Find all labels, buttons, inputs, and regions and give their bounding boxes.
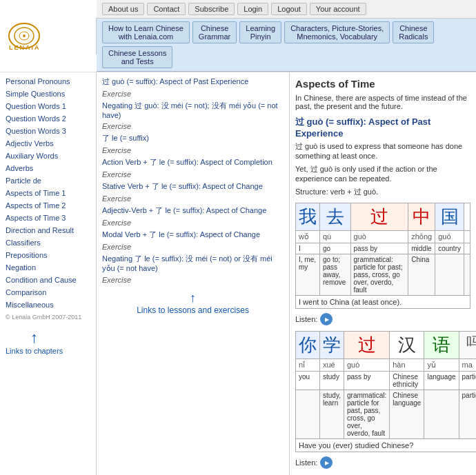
middle-item-2[interactable]: Negating 过 guò: 没 méi (= not); 没有 méi yǒ… bbox=[99, 99, 286, 121]
sidebar-item-18[interactable]: Miscellaneous bbox=[0, 299, 96, 311]
contact-btn[interactable]: Contact bbox=[147, 3, 186, 15]
sidebar-item-3[interactable]: Question Words 2 bbox=[0, 112, 96, 125]
middle-item-13[interactable]: Exercise bbox=[99, 241, 286, 252]
pinyin-qu: qù bbox=[320, 231, 351, 243]
gram-particle1: grammatical: particle for past; pass, cr… bbox=[350, 254, 408, 296]
middle-panel: 过 guò (= suffix): Aspect of Past Experie… bbox=[97, 72, 290, 475]
middle-item-7[interactable]: Exercise bbox=[99, 169, 286, 180]
trans-you: you bbox=[296, 372, 320, 390]
middle-item-5[interactable]: Exercise bbox=[99, 145, 286, 156]
sidebar-item-16[interactable]: Condition and Cause bbox=[0, 274, 96, 286]
learning-pinyin-btn[interactable]: Learning Pinyin bbox=[239, 21, 281, 43]
your-account-btn[interactable]: Your account bbox=[310, 3, 366, 15]
pinyin-ma: ma bbox=[459, 359, 476, 372]
pinyin-han: hàn bbox=[390, 359, 424, 372]
trans-study: study bbox=[320, 372, 344, 390]
sidebar-arrow-icon: ↑ bbox=[30, 329, 38, 347]
middle-item-6[interactable]: Action Verb + 了 le (= suffix): Aspect of… bbox=[99, 156, 286, 169]
sidebar-item-6[interactable]: Auxiliary Words bbox=[0, 150, 96, 162]
char-guo3: 过 bbox=[344, 332, 390, 359]
middle-item-14[interactable]: Negating 了 le (= suffix): 没 méi (= not) … bbox=[99, 252, 286, 274]
gram-particle3: particle bbox=[459, 390, 476, 439]
gram-empty2 bbox=[464, 254, 470, 296]
middle-item-4[interactable]: 了 le (= suffix) bbox=[99, 132, 286, 145]
pinyin-wo: wǒ bbox=[296, 231, 320, 243]
how-to-learn-btn[interactable]: How to Learn Chinese with Lenaia.com bbox=[102, 21, 190, 43]
sidebar-item-8[interactable]: Particle de bbox=[0, 174, 96, 187]
trans-particle2: particle bbox=[459, 372, 476, 390]
chinese-lessons-btn[interactable]: Chinese Lessons and Tests bbox=[102, 46, 172, 68]
gram-ime: I, me,my bbox=[296, 254, 320, 296]
trans-passby2: pass by bbox=[344, 372, 390, 390]
middle-item-12[interactable]: Modal Verb + 了 le (= suffix): Aspect of … bbox=[99, 228, 286, 241]
sidebar-item-4[interactable]: Question Words 3 bbox=[0, 125, 96, 137]
about-us-btn[interactable]: About us bbox=[102, 3, 144, 15]
middle-item-10[interactable]: Adjectiv-Verb + 了 le (= suffix): Aspect … bbox=[99, 204, 286, 217]
chinese-radicals-btn[interactable]: Chinese Radicals bbox=[393, 21, 434, 43]
gram-particle2: grammatical: particle for past, pass, cr… bbox=[344, 390, 390, 439]
sidebar-item-1[interactable]: Simple Questions bbox=[0, 88, 96, 100]
sidebar-item-14[interactable]: Prepositions bbox=[0, 249, 96, 261]
char-empty1 bbox=[464, 203, 470, 231]
trans-empty1 bbox=[464, 243, 470, 254]
middle-item-3[interactable]: Exercise bbox=[99, 121, 286, 132]
trans-country: country bbox=[435, 243, 464, 254]
middle-item-8[interactable]: Stative Verb + 了 le (= suffix): Aspect o… bbox=[99, 180, 286, 193]
listen-label-2: Listen: bbox=[295, 458, 317, 467]
right-body1: 过 guò is used to express that someone ha… bbox=[295, 141, 470, 160]
sidebar-item-7[interactable]: Adverbs bbox=[0, 162, 96, 174]
login-btn[interactable]: Login bbox=[237, 3, 268, 15]
sidebar-item-17[interactable]: Comparison bbox=[0, 286, 96, 299]
play-btn-2[interactable] bbox=[320, 456, 333, 469]
sidebar-item-0[interactable]: Personal Pronouns bbox=[0, 75, 96, 88]
middle-items: 过 guò (= suffix): Aspect of Past Experie… bbox=[99, 75, 286, 285]
nav-cell: About us Contact Subscribe Login Logout … bbox=[97, 0, 476, 72]
sidebar-item-9[interactable]: Aspects of Time 1 bbox=[0, 187, 96, 199]
pinyin-empty1 bbox=[464, 231, 470, 243]
svg-text:LENAIA: LENAIA bbox=[9, 44, 41, 51]
sidebar: Personal PronounsSimple QuestionsQuestio… bbox=[0, 72, 97, 475]
sidebar-arrow-label: Links to chapters bbox=[6, 347, 63, 355]
sidebar-item-15[interactable]: Negation bbox=[0, 261, 96, 274]
right-description: In Chinese, there are aspects of time in… bbox=[295, 94, 470, 110]
right-section-title: 过 guò (= suffix): Aspect of Past Experie… bbox=[295, 116, 470, 139]
subscribe-btn[interactable]: Subscribe bbox=[188, 3, 235, 15]
logo-icon: LENAIA bbox=[6, 21, 43, 52]
sidebar-item-11[interactable]: Aspects of Time 3 bbox=[0, 212, 96, 224]
trans-chinese-eth: Chinese ethnicity bbox=[390, 372, 424, 390]
main-layout: Personal PronounsSimple QuestionsQuestio… bbox=[0, 72, 476, 475]
pinyin-xue: xué bbox=[320, 359, 344, 372]
middle-item-0[interactable]: 过 guò (= suffix): Aspect of Past Experie… bbox=[99, 75, 286, 88]
trans-passby: pass by bbox=[350, 243, 408, 254]
middle-item-9[interactable]: Exercise bbox=[99, 193, 286, 204]
characters-btn[interactable]: Characters, Picture-Stories, Mnemonics, … bbox=[284, 21, 390, 43]
pinyin-zhong: zhōng bbox=[408, 231, 435, 243]
play-btn-1[interactable] bbox=[320, 313, 333, 325]
logout-btn[interactable]: Logout bbox=[271, 3, 307, 15]
trans-language: language bbox=[424, 372, 459, 390]
middle-item-15[interactable]: Exercise bbox=[99, 274, 286, 285]
middle-arrow-icon: ↑ bbox=[190, 291, 196, 305]
sidebar-item-10[interactable]: Aspects of Time 2 bbox=[0, 199, 96, 212]
char-xue: 学 bbox=[320, 332, 344, 359]
gram-empty1 bbox=[435, 254, 464, 296]
char-ni: 你 bbox=[296, 332, 320, 359]
chinese-grammar-btn[interactable]: Chinese Grammar bbox=[192, 21, 237, 43]
pinyin-guo2: guó bbox=[435, 231, 464, 243]
sidebar-item-5[interactable]: Adjectiv Verbs bbox=[0, 137, 96, 150]
middle-item-11[interactable]: Exercise bbox=[99, 217, 286, 228]
sidebar-item-2[interactable]: Question Words 1 bbox=[0, 100, 96, 112]
gram-studylearn: study, learn bbox=[320, 390, 344, 439]
char-zhong: 中 bbox=[408, 203, 435, 231]
sidebar-items: Personal PronounsSimple QuestionsQuestio… bbox=[0, 75, 96, 311]
sidebar-arrow-area: ↑ Links to chapters bbox=[0, 326, 96, 358]
sidebar-item-12[interactable]: Direction and Result bbox=[0, 224, 96, 236]
trans-go: go bbox=[320, 243, 351, 254]
char-wo: 我 bbox=[296, 203, 320, 231]
char-qu: 去 bbox=[320, 203, 351, 231]
sidebar-item-13[interactable]: Classifiers bbox=[0, 236, 96, 249]
char-table-2: 你 学 过 汉 语 吗 ? nǐ xué guò hàn yǔ ma you s… bbox=[295, 331, 476, 452]
logo-cell: LENAIA bbox=[0, 18, 97, 54]
listen-label-1: Listen: bbox=[295, 315, 317, 323]
middle-item-1[interactable]: Exercise bbox=[99, 88, 286, 99]
